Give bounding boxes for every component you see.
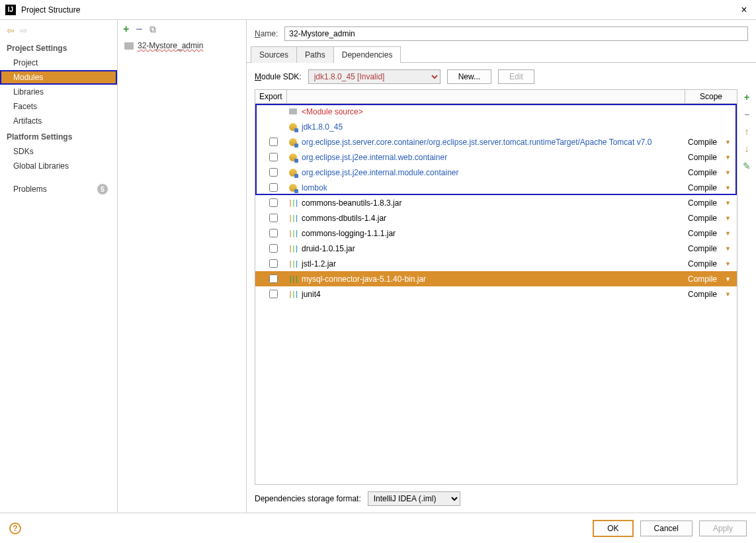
dep-scope[interactable]: Compile — [688, 214, 725, 223]
chevron-down-icon[interactable]: ▼ — [725, 200, 733, 206]
library-icon: ||| — [287, 290, 299, 298]
export-checkbox[interactable] — [259, 244, 287, 253]
window-title: Project Structure — [21, 5, 737, 15]
export-checkbox[interactable] — [259, 214, 287, 222]
cancel-button[interactable]: Cancel — [640, 521, 693, 536]
section-platform-settings: Platform Settings — [0, 128, 117, 144]
export-checkbox[interactable] — [259, 198, 287, 207]
sidebar-item-sdks[interactable]: SDKs — [0, 144, 117, 159]
col-export[interactable]: Export — [255, 90, 287, 103]
export-checkbox[interactable] — [259, 274, 287, 283]
remove-module-icon[interactable]: − — [136, 22, 143, 36]
edit-sdk-button: Edit — [498, 69, 534, 84]
chevron-down-icon[interactable]: ▼ — [725, 154, 733, 161]
dep-scope[interactable]: Compile — [688, 229, 725, 238]
name-label: Name: — [255, 29, 278, 38]
sidebar-item-modules[interactable]: Modules — [0, 70, 117, 85]
export-checkbox[interactable] — [259, 153, 287, 161]
export-checkbox[interactable] — [259, 290, 287, 298]
export-checkbox[interactable] — [259, 183, 287, 192]
dep-scope[interactable]: Compile — [688, 244, 725, 253]
export-checkbox[interactable] — [259, 229, 287, 237]
sdk-row: Module SDK: jdk1.8.0_45 [Invalid] New...… — [247, 63, 756, 89]
tab-paths[interactable]: Paths — [296, 46, 333, 63]
deps-body[interactable]: <Module source>jdk1.8.0_45org.eclipse.js… — [255, 104, 737, 485]
sdk-select[interactable]: jdk1.8.0_45 [Invalid] — [308, 69, 441, 84]
export-checkbox[interactable] — [259, 259, 287, 268]
dep-row[interactable]: org.eclipse.jst.server.core.container/or… — [255, 134, 737, 149]
col-name[interactable] — [287, 90, 685, 103]
dep-scope[interactable]: Compile — [688, 168, 725, 177]
tab-dependencies[interactable]: Dependencies — [333, 46, 401, 63]
add-dep-icon[interactable]: + — [744, 92, 749, 103]
chevron-down-icon[interactable]: ▼ — [725, 230, 733, 237]
dep-scope[interactable]: Compile — [688, 290, 725, 299]
copy-module-icon[interactable]: ⧉ — [149, 24, 156, 35]
new-sdk-button[interactable]: New... — [447, 69, 491, 84]
dep-row[interactable]: <Module source> — [255, 104, 737, 119]
dep-scope[interactable]: Compile — [688, 153, 725, 162]
tab-sources[interactable]: Sources — [251, 46, 296, 63]
sidebar-item-problems[interactable]: Problems 5 — [0, 181, 117, 197]
export-checkbox[interactable] — [259, 168, 287, 177]
dep-row[interactable]: jdk1.8.0_45 — [255, 119, 737, 134]
export-checkbox[interactable] — [259, 138, 287, 146]
back-icon[interactable]: ⇦ — [7, 25, 15, 36]
main: ⇦ ⇨ Project Settings Project Modules Lib… — [0, 20, 756, 513]
chevron-down-icon[interactable]: ▼ — [725, 215, 733, 222]
dep-scope[interactable]: Compile — [688, 259, 725, 269]
dep-name: mysql-connector-java-5.1.40-bin.jar — [302, 274, 688, 284]
storage-select[interactable]: IntelliJ IDEA (.iml) — [368, 491, 460, 506]
dep-row[interactable]: lombokCompile▼ — [255, 180, 737, 195]
module-list-pane: + − ⧉ 32-Mystore_admin — [118, 20, 247, 513]
module-item[interactable]: 32-Mystore_admin — [118, 38, 246, 53]
dep-scope[interactable]: Compile — [688, 274, 725, 284]
dep-name: druid-1.0.15.jar — [302, 244, 688, 253]
apply-button: Apply — [699, 521, 747, 536]
sidebar-item-libraries[interactable]: Libraries — [0, 85, 117, 99]
edit-dep-icon[interactable]: ✎ — [743, 161, 751, 171]
chevron-down-icon[interactable]: ▼ — [725, 261, 733, 267]
help-icon[interactable]: ? — [9, 522, 21, 534]
move-up-icon[interactable]: ↑ — [745, 126, 749, 137]
chevron-down-icon[interactable]: ▼ — [725, 276, 733, 282]
dep-name: commons-beanutils-1.8.3.jar — [302, 198, 688, 208]
dep-row[interactable]: |||commons-dbutils-1.4.jarCompile▼ — [255, 210, 737, 226]
section-project-settings: Project Settings — [0, 40, 117, 56]
chevron-down-icon[interactable]: ▼ — [725, 291, 733, 298]
ok-button[interactable]: OK — [593, 520, 633, 537]
content-pane: Name: Sources Paths Dependencies Module … — [247, 20, 756, 513]
dep-row[interactable]: |||commons-logging-1.1.1.jarCompile▼ — [255, 226, 737, 241]
dep-name: commons-logging-1.1.1.jar — [302, 229, 688, 238]
dep-scope[interactable]: Compile — [688, 138, 725, 147]
sidebar-item-project[interactable]: Project — [0, 56, 117, 70]
sidebar-item-global-libraries[interactable]: Global Libraries — [0, 159, 117, 173]
nav-arrows: ⇦ ⇨ — [0, 24, 117, 40]
dep-row[interactable]: |||commons-beanutils-1.8.3.jarCompile▼ — [255, 195, 737, 210]
dep-row[interactable]: |||mysql-connector-java-5.1.40-bin.jarCo… — [255, 271, 737, 286]
name-input[interactable] — [284, 26, 748, 41]
col-scope[interactable]: Scope — [685, 90, 737, 103]
globe-icon — [287, 138, 299, 146]
dep-row[interactable]: |||jstl-1.2.jarCompile▼ — [255, 256, 737, 271]
chevron-down-icon[interactable]: ▼ — [725, 169, 733, 176]
forward-icon[interactable]: ⇨ — [20, 25, 28, 36]
sidebar-item-facets[interactable]: Facets — [0, 99, 117, 114]
chevron-down-icon[interactable]: ▼ — [725, 139, 733, 146]
module-toolbar: + − ⧉ — [118, 20, 246, 38]
dep-scope[interactable]: Compile — [688, 183, 725, 192]
dep-scope[interactable]: Compile — [688, 198, 725, 208]
sidebar-item-label: Problems — [13, 185, 47, 194]
sidebar-item-artifacts[interactable]: Artifacts — [0, 114, 117, 128]
dep-row[interactable]: |||druid-1.0.15.jarCompile▼ — [255, 241, 737, 256]
dep-row[interactable]: org.eclipse.jst.j2ee.internal.module.con… — [255, 165, 737, 180]
move-down-icon[interactable]: ↓ — [745, 144, 749, 154]
remove-dep-icon[interactable]: − — [744, 109, 749, 120]
globe-icon — [287, 123, 299, 131]
chevron-down-icon[interactable]: ▼ — [725, 185, 733, 191]
dep-row[interactable]: |||junit4Compile▼ — [255, 286, 737, 302]
add-module-icon[interactable]: + — [123, 23, 129, 35]
close-icon[interactable]: × — [737, 4, 751, 16]
dep-row[interactable]: org.eclipse.jst.j2ee.internal.web.contai… — [255, 149, 737, 165]
chevron-down-icon[interactable]: ▼ — [725, 245, 733, 252]
